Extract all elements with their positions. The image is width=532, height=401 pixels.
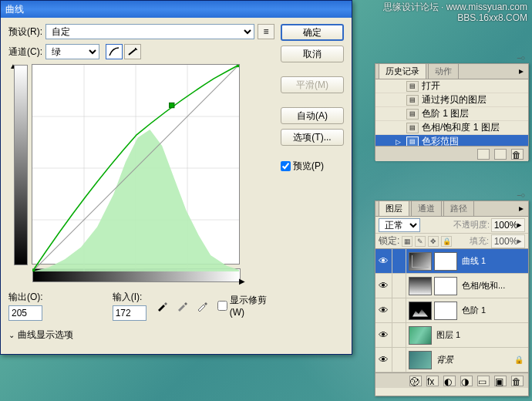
preset-select[interactable]: 自定 (45, 24, 254, 39)
link-col[interactable] (392, 249, 406, 273)
layer-mask-thumbnail[interactable] (434, 277, 457, 295)
adjustment-layer-icon[interactable]: ◑ (460, 376, 473, 386)
layer-item[interactable]: 👁背景🔒 (375, 348, 528, 372)
svg-rect-7 (32, 269, 35, 271)
curves-dialog: 曲线 预设(R): 自定 ≡ 通道(C): 绿 (0, 0, 352, 355)
layer-mask-icon[interactable]: ◐ (443, 376, 456, 386)
tab-actions[interactable]: 动作 (428, 63, 459, 79)
panel-minimize-icon[interactable]: –○ (516, 190, 527, 200)
panel-menu-icon[interactable]: ▸ (516, 203, 527, 214)
history-step-icon: ▤ (406, 109, 419, 120)
panel-menu-icon[interactable]: ▸ (516, 66, 527, 76)
output-gradient (14, 65, 28, 265)
new-layer-icon[interactable]: ▣ (494, 376, 507, 386)
visibility-toggle[interactable]: 👁 (375, 348, 392, 372)
tab-history[interactable]: 历史记录 (379, 63, 426, 79)
opacity-value[interactable]: 100% ▸ (491, 218, 525, 232)
ok-button[interactable]: 确定 (281, 24, 344, 41)
visibility-toggle[interactable]: 👁 (375, 274, 392, 298)
show-clipping-checkbox[interactable]: 显示修剪(W) (217, 294, 274, 318)
smooth-button: 平滑(M) (281, 76, 344, 93)
preview-checkbox[interactable]: 预览(P) (281, 160, 344, 173)
lock-transparency-icon[interactable]: ▦ (402, 236, 412, 247)
layer-style-icon[interactable]: fx (426, 376, 439, 386)
history-step-icon: ▤ (406, 123, 419, 133)
fill-value[interactable]: 100% ▸ (491, 234, 525, 248)
layer-item[interactable]: 👁色相/饱和... (375, 274, 528, 298)
layer-thumbnail[interactable] (409, 302, 432, 320)
history-step-icon: ▤ (406, 81, 419, 92)
dialog-title: 曲线 (5, 3, 24, 16)
blend-mode-select[interactable]: 正常 (379, 218, 420, 232)
curve-draw-mode-icon[interactable] (124, 44, 141, 59)
layer-mask-thumbnail[interactable] (434, 252, 457, 271)
delete-layer-icon[interactable]: 🗑 (511, 376, 524, 386)
dialog-titlebar[interactable]: 曲线 (1, 1, 352, 18)
link-col[interactable] (392, 298, 406, 322)
new-group-icon[interactable]: ▭ (477, 376, 490, 386)
input-axis-arrow-icon: ▶ (239, 277, 245, 285)
lock-pixels-icon[interactable]: ✎ (415, 236, 426, 247)
white-point-eyedropper-icon[interactable] (194, 298, 210, 314)
output-input[interactable] (8, 305, 42, 321)
layer-item[interactable]: 👁曲线 1 (375, 249, 528, 274)
curve-display-options-toggle[interactable]: ⌄ 曲线显示选项 (8, 329, 274, 342)
layer-thumbnail[interactable] (409, 252, 432, 271)
history-item-label: 打开 (422, 79, 440, 93)
history-item-label: 色相/饱和度 1 图层 (422, 121, 500, 134)
layer-mask-thumbnail[interactable] (434, 302, 457, 320)
options-button[interactable]: 选项(T)... (281, 129, 344, 146)
link-col[interactable] (392, 274, 406, 298)
layer-thumbnail[interactable] (409, 351, 432, 369)
preset-menu-icon[interactable]: ≡ (258, 24, 274, 39)
tab-channels[interactable]: 通道 (411, 200, 442, 216)
history-item-label: 色阶 1 图层 (422, 107, 469, 120)
new-snapshot-icon[interactable] (477, 149, 490, 160)
watermark: 思缘设计论坛 · www.missyuan.com BBS.16xx8.COM (383, 2, 527, 24)
layer-name[interactable]: 背景 (436, 354, 453, 366)
history-item[interactable]: ▤打开 (375, 79, 528, 93)
curves-graph[interactable]: ▲ ▶ (32, 64, 240, 265)
layer-thumbnail[interactable] (409, 326, 432, 345)
eye-icon: 👁 (379, 305, 389, 316)
eye-icon: 👁 (379, 329, 389, 341)
svg-rect-8 (170, 103, 174, 107)
layer-name[interactable]: 曲线 1 (462, 255, 486, 267)
layer-item[interactable]: 👁图层 1 (375, 323, 528, 348)
history-item[interactable]: ▤色相/饱和度 1 图层 (375, 121, 528, 135)
layer-name[interactable]: 色相/饱和... (462, 280, 505, 291)
history-step-icon: ▤ (406, 136, 419, 147)
history-item[interactable]: ▤通过拷贝的图层 (375, 93, 528, 107)
history-list: ▤打开▤通过拷贝的图层▤色阶 1 图层▤色相/饱和度 1 图层▷▤色彩范围 (375, 79, 528, 146)
lock-position-icon[interactable]: ✥ (428, 236, 439, 247)
link-layers-icon[interactable]: ࿋ (409, 376, 422, 386)
auto-button[interactable]: 自动(A) (281, 107, 344, 124)
layer-name[interactable]: 色阶 1 (462, 305, 486, 316)
layer-thumbnail[interactable] (409, 277, 432, 295)
cancel-button[interactable]: 取消 (281, 45, 344, 62)
tab-layers[interactable]: 图层 (379, 200, 409, 216)
layers-panel: –○ 图层 通道 路径 ▸ 正常 不透明度: 100% ▸ 锁定: ▦ ✎ ✥ … (375, 200, 529, 396)
lock-all-icon[interactable]: 🔒 (441, 236, 452, 247)
opacity-label: 不透明度: (453, 219, 490, 231)
input-input[interactable] (113, 305, 146, 321)
tab-paths[interactable]: 路径 (443, 200, 474, 216)
delete-state-icon[interactable]: 🗑 (511, 149, 524, 160)
black-point-eyedropper-icon[interactable] (154, 298, 170, 314)
layer-item[interactable]: 👁色阶 1 (375, 298, 528, 323)
visibility-toggle[interactable]: 👁 (375, 323, 392, 347)
layer-name[interactable]: 图层 1 (436, 329, 460, 341)
channel-label: 通道(C): (8, 45, 42, 59)
history-item[interactable]: ▷▤色彩范围 (375, 135, 528, 146)
gray-point-eyedropper-icon[interactable] (174, 298, 190, 314)
visibility-toggle[interactable]: 👁 (375, 298, 392, 322)
visibility-toggle[interactable]: 👁 (375, 249, 392, 273)
new-document-from-state-icon[interactable] (494, 149, 507, 160)
histogram (32, 130, 239, 271)
link-col[interactable] (392, 323, 406, 347)
curve-point-mode-icon[interactable] (106, 44, 123, 59)
history-item[interactable]: ▤色阶 1 图层 (375, 107, 528, 121)
link-col[interactable] (392, 348, 406, 372)
channel-select[interactable]: 绿 (45, 44, 99, 59)
panel-minimize-icon[interactable]: –○ (516, 53, 527, 62)
